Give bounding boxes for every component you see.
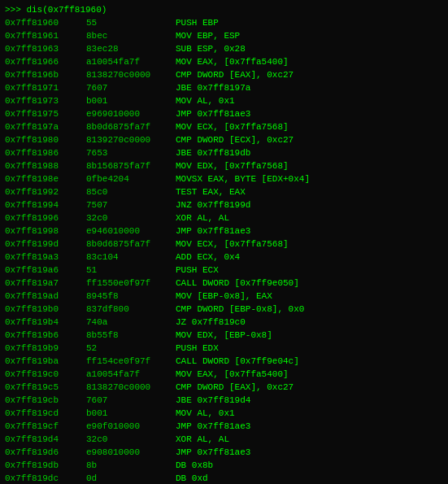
address: 0x7ff81971 xyxy=(5,81,86,94)
instruction: SUB ESP, 0x28 xyxy=(176,42,246,55)
disassembly-line: 0x7ff819b9 52 PUSH EDX xyxy=(5,342,443,355)
disassembly-line: 0x7ff8198e 0fbe4204 MOVSX EAX, BYTE [EDX… xyxy=(5,172,443,185)
address: 0x7ff81966 xyxy=(5,55,86,68)
instruction: JMP 0x7ff81ae3 xyxy=(176,225,250,238)
instruction: CALL DWORD [0x7ff9e050] xyxy=(176,277,299,290)
address: 0x7ff819c0 xyxy=(5,368,86,381)
instruction: JNZ 0x7ff8199d xyxy=(176,198,250,211)
disassembly-line: 0x7ff81973 b001 MOV AL, 0x1 xyxy=(5,94,443,107)
disassembly-line: 0x7ff81988 8b156875fa7f MOV EDX, [0x7ffa… xyxy=(5,159,443,172)
disassembly-line: 0x7ff819a3 83c104 ADD ECX, 0x4 xyxy=(5,251,443,264)
address: 0x7ff8197a xyxy=(5,120,86,133)
address: 0x7ff81992 xyxy=(5,185,86,198)
prompt-top: >>> dis(0x7ff81960) xyxy=(5,3,443,16)
bytes: 0d xyxy=(86,472,176,484)
disassembly-line: 0x7ff819d4 32c0 XOR AL, AL xyxy=(5,433,443,446)
address: 0x7ff819b0 xyxy=(5,303,86,316)
disassembly-line: 0x7ff81994 7507 JNZ 0x7ff8199d xyxy=(5,198,443,211)
address: 0x7ff81973 xyxy=(5,94,86,107)
disassembly-listing: 0x7ff81960 55 PUSH EBP0x7ff81961 8bec MO… xyxy=(5,16,443,484)
address: 0x7ff819d4 xyxy=(5,433,86,446)
bytes: 52 xyxy=(86,342,176,355)
disassembly-line: 0x7ff819cf e90f010000 JMP 0x7ff81ae3 xyxy=(5,420,443,433)
address: 0x7ff819c5 xyxy=(5,381,86,394)
bytes: b001 xyxy=(86,94,176,107)
bytes: a10054fa7f xyxy=(86,368,176,381)
address: 0x7ff8198e xyxy=(5,172,86,185)
instruction: DB 0xd xyxy=(176,472,208,484)
instruction: CMP DWORD [EAX], 0xc27 xyxy=(176,68,294,81)
bytes: 8b156875fa7f xyxy=(86,159,176,172)
prompt-text: >>> dis(0x7ff81960) xyxy=(5,3,107,16)
address: 0x7ff819d6 xyxy=(5,446,86,459)
bytes: e946010000 xyxy=(86,225,176,238)
instruction: MOV EAX, [0x7ffa5400] xyxy=(176,55,289,68)
instruction: DB 0x8b xyxy=(176,459,213,472)
instruction: PUSH ECX xyxy=(176,264,219,277)
instruction: XOR AL, AL xyxy=(176,433,229,446)
disassembly-line: 0x7ff81966 a10054fa7f MOV EAX, [0x7ffa54… xyxy=(5,55,443,68)
bytes: 837df800 xyxy=(86,303,176,316)
address: 0x7ff81998 xyxy=(5,225,86,238)
instruction: MOVSX EAX, BYTE [EDX+0x4] xyxy=(176,172,310,185)
bytes: 8139270c0000 xyxy=(86,133,176,146)
bytes: e90f010000 xyxy=(86,420,176,433)
disassembly-line: 0x7ff819a6 51 PUSH ECX xyxy=(5,264,443,277)
instruction: PUSH EBP xyxy=(176,16,219,29)
instruction: JMP 0x7ff81ae3 xyxy=(176,446,250,459)
instruction: MOV AL, 0x1 xyxy=(176,94,235,107)
bytes: 83c104 xyxy=(86,251,176,264)
bytes: 8138270c0000 xyxy=(86,381,176,394)
address: 0x7ff81988 xyxy=(5,159,86,172)
disassembly-line: 0x7ff819d6 e908010000 JMP 0x7ff81ae3 xyxy=(5,446,443,459)
bytes: 8138270c0000 xyxy=(86,68,176,81)
address: 0x7ff81996 xyxy=(5,211,86,225)
instruction: MOV [EBP-0x8], EAX xyxy=(176,290,272,303)
disassembly-line: 0x7ff819c5 8138270c0000 CMP DWORD [EAX],… xyxy=(5,381,443,394)
bytes: 32c0 xyxy=(86,211,176,225)
bytes: 8b xyxy=(86,459,176,472)
bytes: 8b0d6875fa7f xyxy=(86,238,176,251)
bytes: 8bec xyxy=(86,29,176,42)
address: 0x7ff819a3 xyxy=(5,251,86,264)
bytes: b001 xyxy=(86,407,176,420)
bytes: 0fbe4204 xyxy=(86,172,176,185)
bytes: 7607 xyxy=(86,81,176,94)
disassembly-line: 0x7ff81980 8139270c0000 CMP DWORD [ECX],… xyxy=(5,133,443,146)
disassembly-line: 0x7ff819cd b001 MOV AL, 0x1 xyxy=(5,407,443,420)
instruction: MOV EAX, [0x7ffa5400] xyxy=(176,368,289,381)
address: 0x7ff819b9 xyxy=(5,342,86,355)
instruction: MOV EBP, ESP xyxy=(176,29,240,42)
bytes: 85c0 xyxy=(86,185,176,198)
disassembly-line: 0x7ff81998 e946010000 JMP 0x7ff81ae3 xyxy=(5,225,443,238)
disassembly-line: 0x7ff819a7 ff1550e0f97f CALL DWORD [0x7f… xyxy=(5,277,443,290)
address: 0x7ff8196b xyxy=(5,68,86,81)
address: 0x7ff81994 xyxy=(5,198,86,211)
disassembly-line: 0x7ff819ad 8945f8 MOV [EBP-0x8], EAX xyxy=(5,290,443,303)
bytes: a10054fa7f xyxy=(86,55,176,68)
address: 0x7ff819cf xyxy=(5,420,86,433)
disassembly-line: 0x7ff8197a 8b0d6875fa7f MOV ECX, [0x7ffa… xyxy=(5,120,443,133)
instruction: JMP 0x7ff81ae3 xyxy=(176,107,250,120)
instruction: XOR AL, AL xyxy=(176,211,229,225)
address: 0x7ff81975 xyxy=(5,107,86,120)
instruction: MOV EDX, [EBP-0x8] xyxy=(176,329,272,342)
address: 0x7ff819ad xyxy=(5,290,86,303)
instruction: PUSH EDX xyxy=(176,342,219,355)
address: 0x7ff81961 xyxy=(5,29,86,42)
address: 0x7ff819a6 xyxy=(5,264,86,277)
instruction: JZ 0x7ff819c0 xyxy=(176,316,246,329)
instruction: CMP DWORD [EBP-0x8], 0x0 xyxy=(176,303,304,316)
instruction: MOV ECX, [0x7ffa7568] xyxy=(176,238,289,251)
instruction: CALL DWORD [0x7ff9e04c] xyxy=(176,355,299,368)
disassembly-line: 0x7ff81960 55 PUSH EBP xyxy=(5,16,443,29)
disassembly-line: 0x7ff81996 32c0 XOR AL, AL xyxy=(5,211,443,225)
instruction: MOV ECX, [0x7ffa7568] xyxy=(176,120,289,133)
disassembly-line: 0x7ff819b4 740a JZ 0x7ff819c0 xyxy=(5,316,443,329)
bytes: ff1550e0f97f xyxy=(86,277,176,290)
disassembly-line: 0x7ff8199d 8b0d6875fa7f MOV ECX, [0x7ffa… xyxy=(5,238,443,251)
address: 0x7ff81986 xyxy=(5,146,86,159)
instruction: MOV EDX, [0x7ffa7568] xyxy=(176,159,289,172)
instruction: JBE 0x7ff8197a xyxy=(176,81,250,94)
disassembly-line: 0x7ff81992 85c0 TEST EAX, EAX xyxy=(5,185,443,198)
